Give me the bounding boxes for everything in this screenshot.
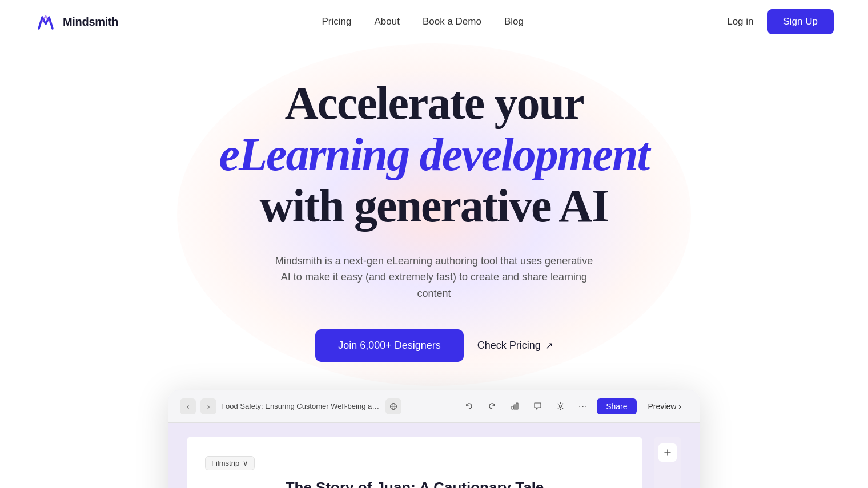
undo-button[interactable]	[460, 397, 478, 416]
check-pricing-button[interactable]: Check Pricing ↗	[477, 340, 553, 352]
preview-arrow-icon: ›	[678, 402, 681, 411]
globe-icon-button[interactable]	[385, 398, 401, 414]
editor-main: Filmstrip ∨ The Story of Juan: A Caution…	[187, 437, 642, 488]
navbar: Mindsmith Pricing About Book a Demo Blog…	[0, 0, 868, 43]
share-button[interactable]: Share	[597, 398, 636, 414]
join-designers-button[interactable]: Join 6,000+ Designers	[315, 329, 464, 362]
globe-icon	[389, 402, 397, 410]
plus-icon	[664, 449, 672, 457]
preview-button[interactable]: Preview ›	[641, 398, 688, 414]
ellipsis-icon: ···	[578, 401, 588, 412]
logo[interactable]: Mindsmith	[34, 10, 118, 33]
redo-button[interactable]	[483, 397, 501, 416]
svg-point-6	[559, 405, 561, 408]
nav-pricing[interactable]: Pricing	[322, 16, 352, 27]
hero-cta-area: Join 6,000+ Designers Check Pricing ↗	[11, 329, 857, 362]
side-panel	[654, 437, 681, 488]
nav-blog[interactable]: Blog	[504, 16, 524, 27]
browser-bar: ‹ › Food Safety: Ensuring Customer Well-…	[168, 390, 700, 423]
nav-actions: Log in Sign Up	[727, 9, 834, 34]
nav-links: Pricing About Book a Demo Blog	[322, 16, 524, 27]
check-pricing-arrow-icon: ↗	[545, 340, 553, 351]
more-options-button[interactable]: ···	[574, 397, 592, 416]
check-pricing-label: Check Pricing	[477, 340, 541, 352]
app-content-area: Filmstrip ∨ The Story of Juan: A Caution…	[168, 423, 700, 488]
browser-nav-left: ‹ › Food Safety: Ensuring Customer Well-…	[180, 398, 401, 414]
redo-icon	[488, 402, 496, 410]
mindsmith-logo-icon	[34, 10, 57, 33]
svg-rect-5	[516, 403, 518, 409]
hero-description: Mindsmith is a next-gen eLearning author…	[274, 253, 594, 302]
comment-icon-button[interactable]	[528, 397, 546, 416]
settings-icon-button[interactable]	[551, 397, 569, 416]
editor-slide-title: The Story of Juan: A Cautionary Tale	[205, 479, 624, 488]
nav-about[interactable]: About	[374, 16, 399, 27]
hero-title-line2: eLearning development	[11, 129, 857, 180]
svg-rect-3	[512, 406, 513, 409]
login-link[interactable]: Log in	[727, 16, 753, 27]
comment-icon	[533, 402, 542, 410]
hero-section: Accelerate your eLearning development wi…	[0, 43, 868, 488]
hero-title: Accelerate your eLearning development wi…	[11, 78, 857, 232]
hero-title-line3: with generative AI	[11, 180, 857, 232]
chart-icon	[511, 402, 519, 410]
preview-label: Preview	[648, 402, 677, 411]
filmstrip-chevron-icon: ∨	[243, 459, 248, 467]
signup-button[interactable]: Sign Up	[767, 9, 834, 34]
browser-forward-button[interactable]: ›	[200, 398, 216, 414]
nav-book-demo[interactable]: Book a Demo	[423, 16, 481, 27]
chart-icon-button[interactable]	[505, 397, 524, 416]
undo-icon	[465, 402, 473, 410]
logo-text: Mindsmith	[63, 15, 118, 29]
hero-title-line1: Accelerate your	[11, 78, 857, 129]
browser-toolbar-right: ··· Share Preview ›	[460, 397, 688, 416]
browser-tab-title: Food Safety: Ensuring Customer Well-bein…	[221, 402, 381, 410]
filmstrip-label: Filmstrip	[211, 459, 239, 467]
side-panel-add-button[interactable]	[658, 443, 677, 462]
browser-back-button[interactable]: ‹	[180, 398, 196, 414]
editor-toolbar: Filmstrip ∨	[205, 453, 624, 474]
filmstrip-dropdown[interactable]: Filmstrip ∨	[205, 456, 255, 470]
app-preview: ‹ › Food Safety: Ensuring Customer Well-…	[168, 390, 700, 488]
svg-rect-4	[514, 405, 516, 409]
gear-icon	[556, 402, 565, 410]
hero-content: Accelerate your eLearning development wi…	[11, 78, 857, 362]
